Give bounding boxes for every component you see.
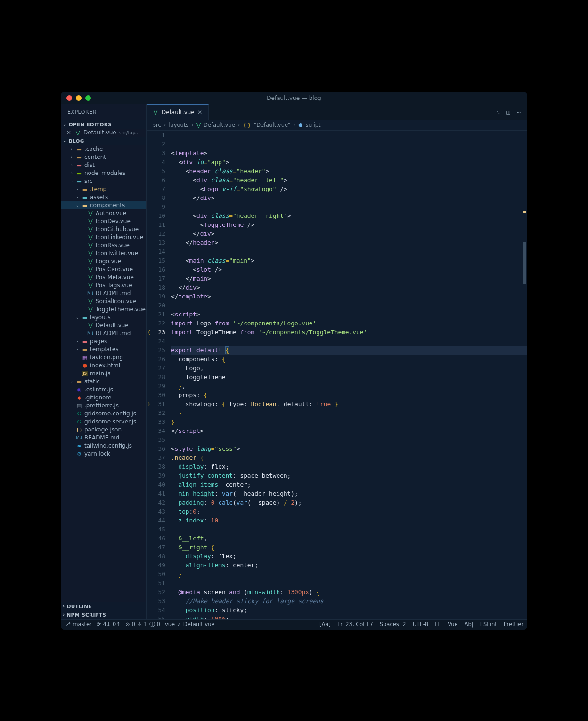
file-item[interactable]: Ggridsome.config.js [61, 410, 146, 418]
folder-item[interactable]: ›▬templates [61, 346, 146, 354]
file-item[interactable]: M↓README.md [61, 290, 146, 298]
file-item[interactable]: ⋁ToggleTheme.vue [61, 306, 146, 314]
open-editors-section[interactable]: ⌄ OPEN EDITORS [61, 120, 146, 129]
code-line[interactable]: <script> [171, 310, 527, 319]
code-line[interactable]: import ToggleTheme from '~/components/To… [171, 328, 527, 337]
code-line[interactable]: } [171, 417, 527, 426]
code-line[interactable]: <style lang="scss"> [171, 444, 527, 453]
code-line[interactable]: align-items: center; [171, 561, 527, 570]
folder-item[interactable]: ⌄▬components [61, 201, 146, 209]
folder-item[interactable]: ›▬dist [61, 161, 146, 169]
more-icon[interactable]: ⋯ [517, 108, 521, 116]
breadcrumb-segment[interactable]: script [306, 122, 321, 128]
file-item[interactable]: ◆.gitignore [61, 394, 146, 402]
code-line[interactable]: &__left, [171, 534, 527, 543]
file-item[interactable]: ▤.prettierrc.js [61, 402, 146, 410]
scrollbar-thumb[interactable] [523, 242, 526, 284]
breadcrumb-segment[interactable]: layouts [169, 122, 188, 128]
cursor-position[interactable]: Ln 23, Col 17 [337, 621, 373, 628]
project-section[interactable]: ⌄ BLOG [61, 137, 146, 145]
code-line[interactable]: <main class="main"> [171, 256, 527, 265]
code-line[interactable]: justify-content: space-between; [171, 471, 527, 480]
folder-item[interactable]: ›▬pages [61, 338, 146, 346]
split-editor-icon[interactable]: ◫ [506, 108, 510, 116]
code-line[interactable]: padding: 0 calc(var(--space) / 2); [171, 498, 527, 507]
file-item[interactable]: ⋁IconLinkedin.vue [61, 233, 146, 241]
file-item[interactable]: ≈tailwind.config.js [61, 442, 146, 450]
file-item[interactable]: {}package.json [61, 426, 146, 434]
code-editor[interactable]: {} 1234567891011121314151617181920212223… [147, 131, 527, 619]
code-line[interactable]: showLogo: { type: Boolean, default: true… [171, 399, 527, 408]
git-branch[interactable]: ⎇ master [65, 621, 92, 628]
code-line[interactable] [171, 301, 527, 310]
case-sensitive[interactable]: [Aa] [319, 621, 331, 628]
file-item[interactable]: ⚙yarn.lock [61, 450, 146, 458]
code-line[interactable]: import Logo from '~/components/Logo.vue' [171, 319, 527, 328]
code-line[interactable]: }, [171, 381, 527, 390]
file-item[interactable]: ⋁Author.vue [61, 209, 146, 217]
tab-default-vue[interactable]: ⋁ Default.vue × [147, 104, 209, 120]
close-icon[interactable]: × [197, 108, 203, 116]
file-item[interactable]: JSmain.js [61, 370, 146, 378]
code-line[interactable]: </div> [171, 193, 527, 202]
code-line[interactable]: ToggleTheme [171, 373, 527, 381]
file-item[interactable]: ⋁Logo.vue [61, 257, 146, 265]
code-content[interactable]: <template> <div id="app"> <header class=… [171, 131, 527, 619]
file-item[interactable]: ⬢index.html [61, 362, 146, 370]
folder-item[interactable]: ›▬content [61, 153, 146, 161]
code-line[interactable] [171, 247, 527, 256]
file-item[interactable]: ⋁IconTwitter.vue [61, 249, 146, 257]
folder-item[interactable]: ⌄▬src [61, 177, 146, 185]
file-item[interactable]: ⋁IconGithub.vue [61, 225, 146, 233]
code-line[interactable]: display: flex; [171, 462, 527, 471]
folder-item[interactable]: ⌄▬layouts [61, 314, 146, 322]
language-mode[interactable]: Vue [448, 621, 457, 628]
file-item[interactable]: Ggridsome.server.js [61, 418, 146, 426]
folder-item[interactable]: ›▬.temp [61, 185, 146, 193]
code-line[interactable]: Logo, [171, 364, 527, 373]
indentation[interactable]: Spaces: 2 [380, 621, 406, 628]
code-line[interactable]: display: flex; [171, 552, 527, 561]
code-line[interactable]: width: 100%; [171, 614, 527, 619]
code-line[interactable]: .header { [171, 453, 527, 462]
code-line[interactable]: </div> [171, 229, 527, 238]
prettier-status[interactable]: Prettier [504, 621, 523, 628]
code-line[interactable]: </div> [171, 283, 527, 292]
code-line[interactable]: <div class="header__right"> [171, 211, 527, 220]
code-line[interactable]: props: { [171, 390, 527, 399]
file-item[interactable]: ⋁IconDev.vue [61, 217, 146, 225]
outline-section[interactable]: › OUTLINE [61, 602, 146, 611]
code-line[interactable]: </main> [171, 274, 527, 283]
code-line[interactable]: position: sticky; [171, 605, 527, 614]
file-item[interactable]: ◉.eslintrc.js [61, 386, 146, 394]
code-line[interactable]: min-height: var(--header-height); [171, 489, 527, 498]
folder-item[interactable]: ›▬node_modules [61, 169, 146, 177]
code-line[interactable]: top:0; [171, 507, 527, 516]
code-line[interactable]: @media screen and (min-width: 1300px) { [171, 588, 527, 597]
open-editor-item[interactable]: × ⋁ Default.vue src/lay... [61, 129, 146, 137]
code-line[interactable]: //Make header sticky for large screens [171, 597, 527, 605]
code-line[interactable]: <div id="app"> [171, 157, 527, 166]
code-line[interactable]: </script> [171, 426, 527, 435]
compare-icon[interactable]: ⇋ [497, 108, 500, 116]
code-line[interactable]: export default { [171, 346, 527, 355]
encoding[interactable]: UTF-8 [413, 621, 429, 628]
spell-check[interactable]: Ab| [465, 621, 474, 628]
code-line[interactable] [171, 435, 527, 444]
code-line[interactable]: <slot /> [171, 265, 527, 274]
code-line[interactable]: z-index: 10; [171, 516, 527, 525]
code-line[interactable]: <ToggleTheme /> [171, 220, 527, 229]
folder-item[interactable]: ›▬assets [61, 193, 146, 201]
breadcrumb-segment[interactable]: Default.vue [204, 122, 235, 128]
eol[interactable]: LF [435, 621, 441, 628]
code-line[interactable]: <div class="header__left"> [171, 175, 527, 184]
eslint-status[interactable]: ESLint [480, 621, 497, 628]
code-line[interactable] [171, 579, 527, 588]
code-line[interactable]: </template> [171, 292, 527, 301]
file-item[interactable]: ⋁SocialIcon.vue [61, 298, 146, 306]
file-item[interactable]: ⋁PostCard.vue [61, 265, 146, 273]
breadcrumb-segment[interactable]: src [153, 122, 161, 128]
problems[interactable]: ⊘0 ⚠1 ⓘ0 [125, 621, 160, 628]
breadcrumb-segment[interactable]: "Default.vue" [254, 122, 290, 128]
code-line[interactable] [171, 337, 527, 346]
